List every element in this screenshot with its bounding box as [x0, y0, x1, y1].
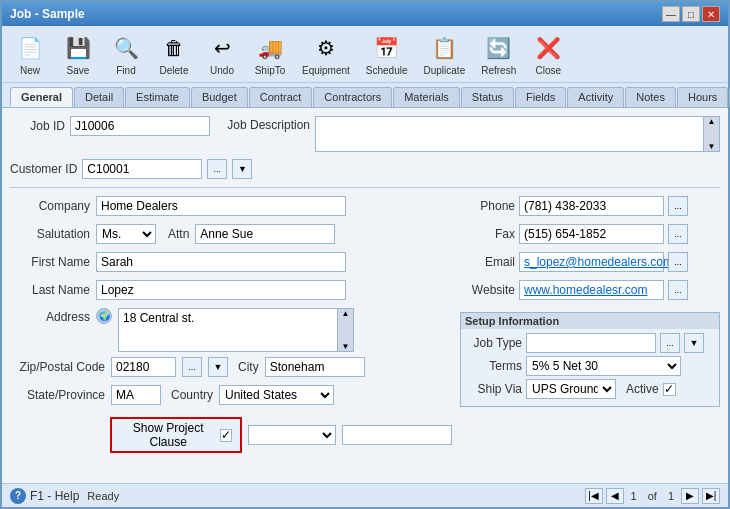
attn-input[interactable]: [195, 224, 335, 244]
find-button[interactable]: 🔍 Find: [103, 29, 149, 79]
new-button[interactable]: 📄 New: [7, 29, 53, 79]
shipto-button[interactable]: 🚚 ShipTo: [247, 29, 293, 79]
window-close-button[interactable]: ✕: [702, 6, 720, 22]
scroll-down-icon[interactable]: ▼: [708, 142, 716, 151]
equipment-button[interactable]: ⚙ Equipment: [295, 29, 357, 79]
fax-ellipsis-button[interactable]: ...: [668, 224, 688, 244]
address-section: Address 🌍 18 Central st. ▲ ▼: [10, 308, 452, 352]
close-label: Close: [535, 65, 561, 76]
equipment-label: Equipment: [302, 65, 350, 76]
job-id-input[interactable]: [70, 116, 210, 136]
address-globe-button[interactable]: 🌍: [96, 308, 112, 324]
project-clause-select[interactable]: [248, 425, 336, 445]
country-select[interactable]: United States Canada Other: [219, 385, 334, 405]
tab-detail[interactable]: Detail: [74, 87, 124, 107]
find-icon: 🔍: [110, 32, 142, 64]
website-label: Website: [460, 283, 515, 297]
job-id-label: Job ID: [10, 119, 65, 133]
left-panel: Company Salutation Ms. Mr. Dr. Attn: [10, 196, 452, 475]
duplicate-button[interactable]: 📋 Duplicate: [417, 29, 473, 79]
job-type-input[interactable]: [526, 333, 656, 353]
phone-ellipsis-button[interactable]: ...: [668, 196, 688, 216]
tab-general[interactable]: General: [10, 87, 73, 107]
help-section: ? F1 - Help: [10, 488, 79, 504]
city-label: City: [238, 360, 259, 374]
page-total: 1: [664, 490, 678, 502]
zip-ellipsis-button[interactable]: ...: [182, 357, 202, 377]
duplicate-label: Duplicate: [424, 65, 466, 76]
customer-id-input[interactable]: [82, 159, 202, 179]
addr-scroll-down-icon[interactable]: ▼: [342, 342, 350, 351]
maximize-button[interactable]: □: [682, 6, 700, 22]
job-desc-input[interactable]: [315, 116, 704, 152]
customer-id-dropdown-button[interactable]: ▼: [232, 159, 252, 179]
website-row: Website www.homedealesr.com ...: [460, 280, 720, 300]
fax-input[interactable]: [519, 224, 664, 244]
tab-fields[interactable]: Fields: [515, 87, 566, 107]
scroll-up-icon[interactable]: ▲: [708, 117, 716, 126]
show-project-clause-button[interactable]: Show Project Clause ✓: [110, 417, 242, 453]
schedule-button[interactable]: 📅 Schedule: [359, 29, 415, 79]
email-label: Email: [460, 255, 515, 269]
prev-page-button[interactable]: ◀: [606, 488, 624, 504]
tab-bar: General Detail Estimate Budget Contract …: [2, 83, 728, 108]
new-icon: 📄: [14, 32, 46, 64]
project-clause-checkbox[interactable]: ✓: [220, 429, 232, 442]
first-page-button[interactable]: |◀: [585, 488, 603, 504]
main-window: Job - Sample — □ ✕ 📄 New 💾 Save 🔍 Find 🗑…: [0, 0, 730, 509]
lastname-input[interactable]: [96, 280, 346, 300]
new-label: New: [20, 65, 40, 76]
divider-1: [10, 187, 720, 188]
tab-hours[interactable]: Hours: [677, 87, 728, 107]
company-label: Company: [10, 199, 90, 213]
help-icon: ?: [10, 488, 26, 504]
tab-activity[interactable]: Activity: [567, 87, 624, 107]
website-ellipsis-button[interactable]: ...: [668, 280, 688, 300]
email-ellipsis-button[interactable]: ...: [668, 252, 688, 272]
delete-button[interactable]: 🗑 Delete: [151, 29, 197, 79]
setup-information-box: Setup Information Job Type ... ▼ Terms 5…: [460, 312, 720, 407]
email-input-link[interactable]: s_lopez@homedealers.com: [519, 252, 664, 272]
job-type-dropdown-button[interactable]: ▼: [684, 333, 704, 353]
save-button[interactable]: 💾 Save: [55, 29, 101, 79]
tab-contractors[interactable]: Contractors: [313, 87, 392, 107]
title-bar: Job - Sample — □ ✕: [2, 2, 728, 26]
status-text: Ready: [87, 490, 576, 502]
tab-budget[interactable]: Budget: [191, 87, 248, 107]
active-checkbox[interactable]: ✓: [663, 383, 676, 396]
close-button[interactable]: ❌ Close: [525, 29, 571, 79]
next-page-button[interactable]: ▶: [681, 488, 699, 504]
undo-button[interactable]: ↩ Undo: [199, 29, 245, 79]
last-page-button[interactable]: ▶|: [702, 488, 720, 504]
addr-scroll-up-icon[interactable]: ▲: [342, 309, 350, 318]
project-clause-row: Show Project Clause ✓: [10, 417, 452, 453]
page-current: 1: [627, 490, 641, 502]
customer-id-ellipsis-button[interactable]: ...: [207, 159, 227, 179]
address-input[interactable]: 18 Central st.: [118, 308, 338, 352]
terms-label: Terms: [467, 359, 522, 373]
project-clause-input[interactable]: [342, 425, 452, 445]
save-label: Save: [67, 65, 90, 76]
find-label: Find: [116, 65, 135, 76]
tab-materials[interactable]: Materials: [393, 87, 460, 107]
website-input-link[interactable]: www.homedealesr.com: [519, 280, 664, 300]
company-input[interactable]: [96, 196, 346, 216]
salutation-label: Salutation: [10, 227, 90, 241]
tab-status[interactable]: Status: [461, 87, 514, 107]
city-input[interactable]: [265, 357, 365, 377]
job-type-ellipsis-button[interactable]: ...: [660, 333, 680, 353]
refresh-button[interactable]: 🔄 Refresh: [474, 29, 523, 79]
tab-contract[interactable]: Contract: [249, 87, 313, 107]
phone-input[interactable]: [519, 196, 664, 216]
salutation-select[interactable]: Ms. Mr. Dr.: [96, 224, 156, 244]
minimize-button[interactable]: —: [662, 6, 680, 22]
ship-via-select[interactable]: UPS Ground FedEx: [526, 379, 616, 399]
terms-select[interactable]: 5% 5 Net 30 Net 30: [526, 356, 681, 376]
firstname-input[interactable]: [96, 252, 346, 272]
state-input[interactable]: [111, 385, 161, 405]
zip-dropdown-button[interactable]: ▼: [208, 357, 228, 377]
tab-estimate[interactable]: Estimate: [125, 87, 190, 107]
tab-notes[interactable]: Notes: [625, 87, 676, 107]
zip-input[interactable]: [111, 357, 176, 377]
schedule-icon: 📅: [371, 32, 403, 64]
